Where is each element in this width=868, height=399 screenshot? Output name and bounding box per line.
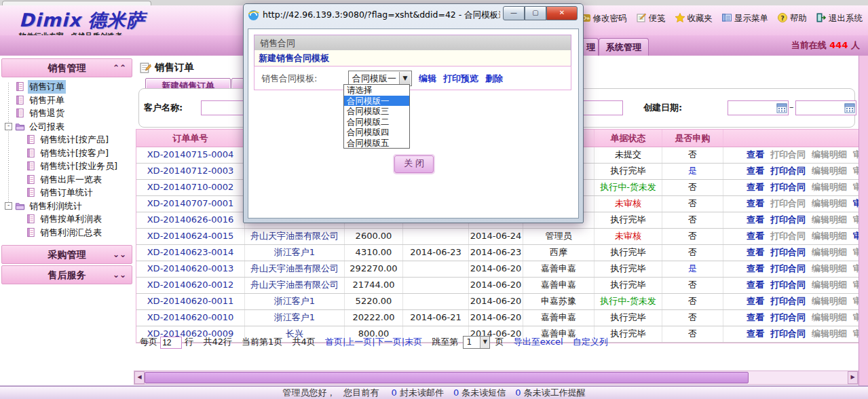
print-contract-link[interactable]: 打印合同	[770, 296, 806, 306]
view-link[interactable]: 查看	[747, 166, 764, 176]
modal-titlebar[interactable]: http://42.96.139.3:9080/?flag=xsht&ddid=…	[244, 4, 583, 26]
page-nav-3[interactable]: 末页	[404, 337, 422, 347]
expand-box-icon[interactable]: -	[5, 123, 12, 130]
close-window-button[interactable]: ✕	[546, 6, 578, 20]
sidebar-item-0[interactable]: 销售订单	[0, 80, 133, 94]
page-nav-2[interactable]: 下一页	[375, 337, 402, 347]
scroll-right-arrow[interactable]: ▶	[848, 371, 858, 384]
view-link[interactable]: 查看	[747, 149, 764, 159]
print-contract-link[interactable]: 打印合同	[770, 198, 806, 208]
dropdown-option-0[interactable]: 请选择	[344, 85, 409, 96]
edit-detail-link[interactable]: 编辑明细	[812, 263, 847, 273]
jump-page-select[interactable]: 1▼	[463, 336, 490, 349]
page-nav-1[interactable]: 上一页	[345, 337, 372, 347]
status-items: 0 封未读邮件0 条未读短信0 条未读工作提醒	[382, 387, 586, 398]
scrollbar-thumb[interactable]	[145, 372, 749, 383]
print-contract-link[interactable]: 打印合同	[770, 149, 806, 159]
edit-detail-link[interactable]: 编辑明细	[812, 280, 847, 290]
sidebar-item-8[interactable]: 销售订单统计	[0, 186, 133, 200]
print-contract-link[interactable]: 打印合同	[770, 312, 806, 322]
export-excel-link[interactable]: 导出至excel	[514, 337, 563, 347]
print-preview-link[interactable]: 打印预览	[443, 73, 478, 83]
sidebar-item-3[interactable]: -公司报表	[0, 120, 133, 134]
per-page-input[interactable]	[160, 337, 182, 349]
sidebar-section-sales[interactable]: 销售管理 ⌃⌃	[1, 58, 132, 77]
print-contract-link[interactable]: 打印合同	[770, 166, 806, 176]
jump-prefix: 跳至第	[432, 337, 458, 347]
sidebar-item-9[interactable]: -销售利润统计	[0, 200, 133, 213]
sidebar-item-11[interactable]: 销售利润汇总表	[0, 226, 133, 240]
modal-close-button[interactable]: 关 闭	[394, 155, 434, 173]
expand-box-icon[interactable]: -	[5, 202, 12, 210]
sidebar-item-10[interactable]: 销售按单利润表	[0, 212, 133, 226]
date-from-input[interactable]	[728, 100, 789, 115]
menu-item-help[interactable]: ?帮助	[777, 12, 807, 25]
scroll-left-arrow[interactable]: ◀	[134, 371, 145, 384]
sidebar-item-7[interactable]: 销售出库一览表	[0, 173, 133, 187]
view-link[interactable]: 查看	[747, 328, 764, 339]
menu-item-menu[interactable]: 显示菜单	[721, 12, 768, 25]
sidebar-item-1[interactable]: 销售开单	[0, 94, 133, 107]
svg-text:?: ?	[780, 15, 784, 22]
print-contract-link[interactable]: 打印合同	[770, 328, 806, 339]
edit-template-link[interactable]: 编辑	[419, 73, 436, 83]
sidebar-item-6[interactable]: 销售统计[按业务员]	[0, 159, 133, 173]
view-link[interactable]: 查看	[747, 296, 764, 306]
dropdown-option-3[interactable]: 合同模版二	[344, 117, 409, 128]
cell-ship_date	[403, 261, 469, 277]
calendar-icon[interactable]	[776, 102, 787, 113]
cell-order: XD-20140715-0004	[136, 147, 245, 163]
dropdown-option-5[interactable]: 合同模版五	[344, 138, 409, 149]
edit-detail-link[interactable]: 编辑明细	[812, 149, 847, 159]
new-template-link[interactable]: 新建销售合同模板	[254, 50, 571, 66]
dropdown-option-1[interactable]: 合同模版一	[344, 96, 409, 107]
edit-detail-link[interactable]: 编辑明细	[812, 328, 847, 339]
edit-detail-link[interactable]: 编辑明细	[812, 312, 847, 322]
sidebar-item-5[interactable]: 销售统计[按客户]	[0, 147, 133, 160]
print-contract-link[interactable]: 打印合同	[770, 280, 806, 290]
menu-item-key[interactable]: 修改密码	[580, 12, 627, 25]
maximize-button[interactable]: ▢	[525, 6, 546, 20]
online-suffix: 人	[851, 40, 860, 50]
calendar-icon[interactable]	[844, 102, 855, 113]
cell-create_date: 2014-06-20	[469, 294, 523, 309]
view-link[interactable]: 查看	[747, 182, 764, 192]
edit-detail-link[interactable]: 编辑明细	[812, 166, 847, 176]
edit-detail-link[interactable]: 编辑明细	[812, 198, 847, 208]
document-icon	[15, 81, 25, 92]
view-link[interactable]: 查看	[747, 247, 764, 257]
edit-detail-link[interactable]: 编辑明细	[812, 296, 847, 306]
menu-item-note[interactable]: 便笺	[636, 12, 666, 25]
print-contract-link[interactable]: 打印合同	[770, 214, 806, 225]
view-link[interactable]: 查看	[747, 263, 764, 273]
edit-detail-link[interactable]: 编辑明细	[812, 247, 847, 257]
print-contract-link[interactable]: 打印合同	[770, 231, 806, 241]
custom-columns-link[interactable]: 自定义列	[573, 337, 608, 347]
page-nav-0[interactable]: 首页	[325, 337, 343, 347]
sidebar-section-service[interactable]: 售后服务 ⌄⌄	[1, 265, 132, 284]
dropdown-option-2[interactable]: 合同模版三	[344, 106, 409, 117]
date-to-input[interactable]	[795, 100, 856, 115]
print-contract-link[interactable]: 打印合同	[770, 182, 806, 192]
view-link[interactable]: 查看	[747, 312, 764, 322]
delete-template-link[interactable]: 删除	[485, 73, 503, 83]
dropdown-option-4[interactable]: 合同模版四	[344, 127, 409, 138]
nav-tab-system[interactable]: 系统管理	[599, 38, 649, 56]
menu-item-star[interactable]: 收藏夹	[675, 12, 713, 25]
view-link[interactable]: 查看	[747, 231, 764, 241]
print-contract-link[interactable]: 打印合同	[770, 263, 806, 273]
view-link[interactable]: 查看	[747, 198, 764, 208]
sidebar-section-purchase[interactable]: 采购管理 ⌄⌄	[1, 245, 132, 264]
print-contract-link[interactable]: 打印合同	[770, 247, 806, 257]
edit-detail-link[interactable]: 编辑明细	[812, 231, 847, 241]
sidebar-item-4[interactable]: 销售统计[按产品]	[0, 133, 133, 147]
horizontal-scrollbar[interactable]: ◀ ▶	[134, 370, 858, 385]
view-link[interactable]: 查看	[747, 280, 764, 290]
view-link[interactable]: 查看	[747, 214, 764, 225]
sidebar-item-2[interactable]: 销售退货	[0, 107, 133, 120]
edit-detail-link[interactable]: 编辑明细	[812, 182, 847, 192]
help-icon: ?	[777, 12, 788, 25]
minimize-button[interactable]: —	[503, 6, 525, 20]
edit-detail-link[interactable]: 编辑明细	[812, 214, 847, 225]
menu-item-exit[interactable]: 退出系统	[816, 12, 863, 25]
